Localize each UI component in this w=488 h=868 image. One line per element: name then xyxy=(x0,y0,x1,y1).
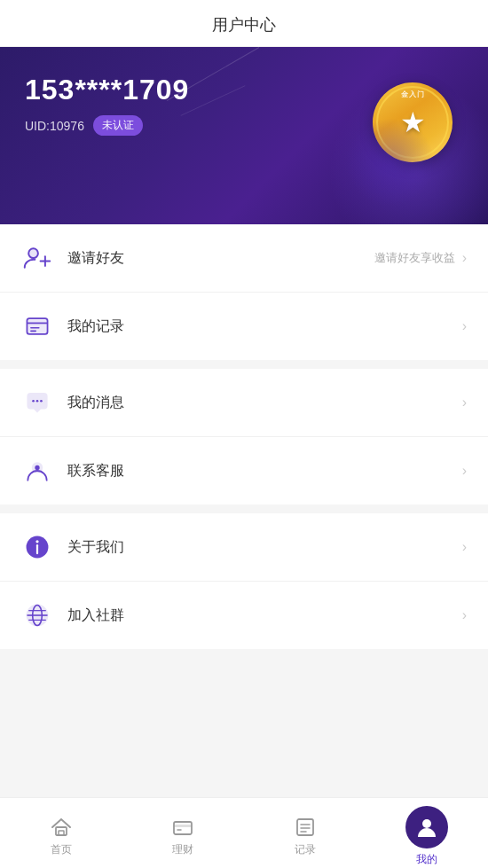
uid-row: UID:10976 未认证 xyxy=(25,115,463,136)
medal-text: 金入门 xyxy=(401,90,425,99)
menu-item-records[interactable]: 我的记录 › xyxy=(0,293,488,360)
invite-icon xyxy=(21,242,53,274)
nav-records-label: 记录 xyxy=(295,842,316,857)
medal-circle: 金入门 ★ xyxy=(373,82,453,162)
page-header: 用户中心 xyxy=(0,0,488,47)
svg-rect-5 xyxy=(27,318,47,334)
svg-point-10 xyxy=(32,400,35,403)
svg-point-11 xyxy=(36,400,39,403)
svg-point-17 xyxy=(35,540,38,543)
nav-mine-label: 我的 xyxy=(416,852,437,867)
chevron-icon: › xyxy=(462,395,467,411)
bottom-nav: 首页 理财 记录 我的 xyxy=(0,797,488,868)
nav-item-home[interactable]: 首页 xyxy=(0,809,122,857)
nav-item-finance[interactable]: 理财 xyxy=(122,809,245,857)
svg-rect-26 xyxy=(174,825,192,827)
records-label: 我的记录 xyxy=(67,317,455,336)
svg-rect-25 xyxy=(174,822,192,834)
svg-rect-28 xyxy=(297,819,313,835)
menu-item-invite[interactable]: 邀请好友 邀请好友享收益 › xyxy=(0,224,488,293)
menu-item-messages[interactable]: 我的消息 › xyxy=(0,369,488,437)
chevron-icon: › xyxy=(462,539,467,555)
community-label: 加入社群 xyxy=(67,606,462,625)
chevron-icon: › xyxy=(462,318,467,334)
home-icon xyxy=(50,816,73,839)
svg-point-32 xyxy=(422,819,431,828)
about-label: 关于我们 xyxy=(67,538,462,557)
chevron-icon: › xyxy=(462,250,467,266)
svg-point-12 xyxy=(40,400,43,403)
profile-banner: 153****1709 UID:10976 未认证 金入门 ★ xyxy=(0,47,488,224)
nav-item-records[interactable]: 记录 xyxy=(244,809,366,857)
records-nav-icon xyxy=(294,816,317,839)
nav-home-label: 首页 xyxy=(51,842,72,857)
chevron-icon: › xyxy=(462,463,467,479)
menu-section-1: 邀请好友 邀请好友享收益 › 我的记录 › xyxy=(0,224,488,360)
messages-label: 我的消息 xyxy=(67,394,462,412)
page-title: 用户中心 xyxy=(212,16,276,34)
nav-finance-label: 理财 xyxy=(172,842,193,857)
globe-icon xyxy=(21,599,53,631)
message-icon xyxy=(21,387,53,418)
menu-item-community[interactable]: 加入社群 › xyxy=(0,582,488,649)
menu-section-3: 关于我们 › 加入社群 › xyxy=(0,513,488,649)
records-icon xyxy=(21,310,53,342)
nav-item-mine[interactable]: 我的 xyxy=(366,799,489,867)
service-icon xyxy=(21,455,53,487)
menu-item-service[interactable]: 联系客服 › xyxy=(0,437,488,504)
mine-active-bg xyxy=(405,806,448,848)
svg-rect-24 xyxy=(59,831,64,835)
content-area: 用户中心 153****1709 UID:10976 未认证 金入门 ★ xyxy=(0,0,488,797)
verify-badge: 未认证 xyxy=(93,115,143,136)
menu-item-about[interactable]: 关于我们 › xyxy=(0,513,488,582)
chevron-icon: › xyxy=(462,607,467,623)
uid-label: UID:10976 xyxy=(25,119,84,133)
info-icon xyxy=(21,531,53,563)
service-label: 联系客服 xyxy=(67,462,462,481)
menu-section-2: 我的消息 › 联系客服 › xyxy=(0,369,488,504)
medal-icon: 金入门 ★ xyxy=(373,82,453,162)
invite-hint: 邀请好友享收益 xyxy=(374,250,455,266)
svg-point-14 xyxy=(35,465,39,470)
invite-label: 邀请好友 xyxy=(67,249,374,268)
finance-icon xyxy=(171,816,194,839)
medal-star-icon: ★ xyxy=(400,106,426,139)
